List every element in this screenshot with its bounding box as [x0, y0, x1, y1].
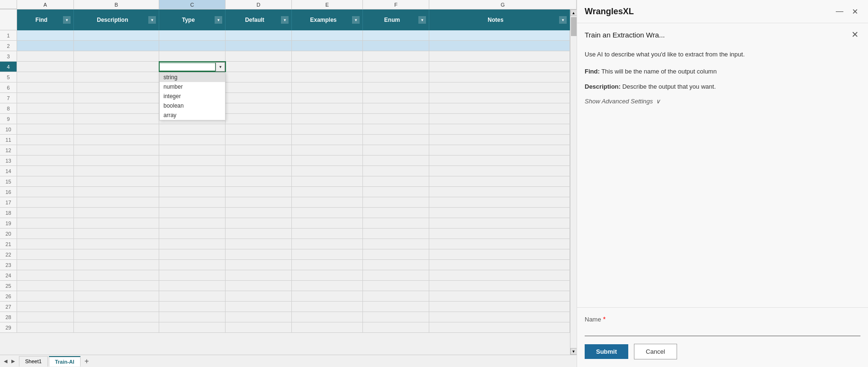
- cell-11-f[interactable]: [363, 135, 429, 145]
- cell-17-a[interactable]: [17, 197, 74, 207]
- cell-5-a[interactable]: [17, 72, 74, 82]
- table-row[interactable]: 10: [0, 124, 570, 135]
- cell-15-d[interactable]: [226, 176, 292, 186]
- cell-28-d[interactable]: [226, 312, 292, 322]
- cell-25-b[interactable]: [74, 281, 159, 291]
- cell-9-g[interactable]: [429, 114, 570, 124]
- name-input[interactable]: [585, 325, 860, 336]
- cell-18-a[interactable]: [17, 208, 74, 218]
- cell-21-a[interactable]: [17, 239, 74, 249]
- cell-10-c[interactable]: [159, 124, 226, 134]
- cell-3-a[interactable]: [17, 51, 74, 61]
- dropdown-option-integer[interactable]: integer: [160, 92, 225, 101]
- cell-16-d[interactable]: [226, 187, 292, 197]
- cell-26-e[interactable]: [292, 291, 363, 301]
- cell-18-f[interactable]: [363, 208, 429, 218]
- cell-9-f[interactable]: [363, 114, 429, 124]
- col-letter-c[interactable]: C: [159, 0, 226, 9]
- table-row[interactable]: 16: [0, 187, 570, 197]
- cell-11-c[interactable]: [159, 135, 226, 145]
- cell-13-g[interactable]: [429, 156, 570, 165]
- panel-top-close-btn[interactable]: ✕: [849, 6, 860, 17]
- cell-2-g[interactable]: [429, 41, 570, 51]
- cell-21-g[interactable]: [429, 239, 570, 249]
- cell-12-f[interactable]: [363, 145, 429, 155]
- cell-19-e[interactable]: [292, 218, 363, 228]
- cell-10-a[interactable]: [17, 124, 74, 134]
- table-row[interactable]: 1: [0, 30, 570, 41]
- cell-13-a[interactable]: [17, 156, 74, 165]
- cell-26-b[interactable]: [74, 291, 159, 301]
- cell-6-g[interactable]: [429, 83, 570, 92]
- col-letter-a[interactable]: A: [17, 0, 74, 9]
- col-letter-f[interactable]: F: [363, 0, 429, 9]
- cell-27-g[interactable]: [429, 302, 570, 312]
- cell-20-g[interactable]: [429, 229, 570, 239]
- cell-20-c[interactable]: [159, 229, 226, 239]
- cell-14-a[interactable]: [17, 166, 74, 176]
- cell-23-d[interactable]: [226, 260, 292, 270]
- table-row[interactable]: 18: [0, 208, 570, 218]
- cell-16-f[interactable]: [363, 187, 429, 197]
- cell-10-g[interactable]: [429, 124, 570, 134]
- cell-20-f[interactable]: [363, 229, 429, 239]
- cell-2-f[interactable]: [363, 41, 429, 51]
- cell-12-b[interactable]: [74, 145, 159, 155]
- cell-3-c[interactable]: [159, 51, 226, 61]
- scroll-down-btn[interactable]: ▼: [570, 348, 577, 355]
- cell-1-d[interactable]: [226, 30, 292, 40]
- cell-19-f[interactable]: [363, 218, 429, 228]
- cell-type-input[interactable]: [159, 63, 216, 71]
- cell-6-d[interactable]: [226, 83, 292, 92]
- cell-22-a[interactable]: [17, 249, 74, 259]
- cell-4-a[interactable]: [17, 62, 74, 72]
- cell-9-b[interactable]: [74, 114, 159, 124]
- cell-6-f[interactable]: [363, 83, 429, 92]
- panel-subtitle-close-btn[interactable]: ✕: [849, 29, 860, 40]
- cell-10-b[interactable]: [74, 124, 159, 134]
- cell-28-f[interactable]: [363, 312, 429, 322]
- cell-7-f[interactable]: [363, 93, 429, 103]
- cell-4-c[interactable]: ▾ string number integer boolean array: [159, 62, 226, 72]
- cell-23-a[interactable]: [17, 260, 74, 270]
- cell-1-e[interactable]: [292, 30, 363, 40]
- header-examples-dropdown[interactable]: ▾: [352, 16, 360, 24]
- cell-15-g[interactable]: [429, 176, 570, 186]
- cell-5-f[interactable]: [363, 72, 429, 82]
- cell-2-a[interactable]: [17, 41, 74, 51]
- header-enum[interactable]: Enum ▾: [363, 9, 429, 30]
- header-default-dropdown[interactable]: ▾: [281, 16, 289, 24]
- cell-17-g[interactable]: [429, 197, 570, 207]
- cell-28-e[interactable]: [292, 312, 363, 322]
- cell-2-d[interactable]: [226, 41, 292, 51]
- cell-27-c[interactable]: [159, 302, 226, 312]
- cell-19-b[interactable]: [74, 218, 159, 228]
- cell-23-g[interactable]: [429, 260, 570, 270]
- table-row[interactable]: 25: [0, 281, 570, 291]
- cell-19-g[interactable]: [429, 218, 570, 228]
- table-row[interactable]: 23: [0, 260, 570, 270]
- cell-4-d[interactable]: [226, 62, 292, 72]
- table-row[interactable]: 17: [0, 197, 570, 208]
- cell-4-f[interactable]: [363, 62, 429, 72]
- cell-1-a[interactable]: [17, 30, 74, 40]
- cell-13-d[interactable]: [226, 156, 292, 165]
- cell-16-e[interactable]: [292, 187, 363, 197]
- cell-18-e[interactable]: [292, 208, 363, 218]
- table-row[interactable]: 15: [0, 176, 570, 187]
- cell-22-b[interactable]: [74, 249, 159, 259]
- cell-19-d[interactable]: [226, 218, 292, 228]
- cell-11-a[interactable]: [17, 135, 74, 145]
- cell-3-e[interactable]: [292, 51, 363, 61]
- cell-17-b[interactable]: [74, 197, 159, 207]
- cell-27-a[interactable]: [17, 302, 74, 312]
- cell-16-a[interactable]: [17, 187, 74, 197]
- dropdown-option-string[interactable]: string: [160, 73, 225, 82]
- cell-15-c[interactable]: [159, 176, 226, 186]
- cell-29-a[interactable]: [17, 322, 74, 332]
- table-row-active[interactable]: 4 ▾ string number integer boolean array: [0, 62, 570, 72]
- cell-6-e[interactable]: [292, 83, 363, 92]
- cell-7-e[interactable]: [292, 93, 363, 103]
- cell-17-f[interactable]: [363, 197, 429, 207]
- cell-8-g[interactable]: [429, 103, 570, 113]
